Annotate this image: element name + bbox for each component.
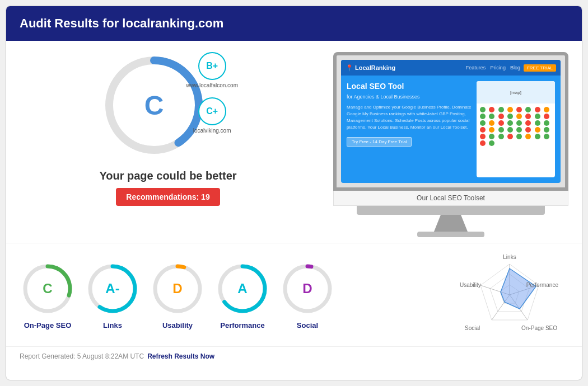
usability-label: Usability	[162, 321, 193, 329]
radar-label-social: Social	[465, 325, 480, 331]
screen-text: Local SEO Tool for Agencies & Local Busi…	[347, 81, 472, 177]
social-circle: D	[279, 261, 335, 317]
screen-logo: 📍 LocalRanking	[346, 64, 395, 72]
footer: Report Generated: 5 August 8:22AM UTC Re…	[6, 346, 582, 366]
performance-grade: A	[237, 281, 247, 296]
radar-label-usability: Usability	[460, 282, 481, 288]
dot-grid	[477, 103, 555, 149]
competitor-2-grade: C+	[198, 97, 226, 125]
monitor-base	[357, 206, 545, 215]
performance-circle: A	[214, 261, 270, 317]
monitor-caption: Our Local SEO Toolset	[333, 191, 568, 206]
radar-label-links: Links	[503, 254, 516, 260]
links-grade: A-	[105, 281, 119, 296]
usability-circle: D	[150, 261, 206, 317]
category-social: D Social	[279, 261, 335, 329]
links-circle: A-	[85, 261, 141, 317]
screen-cta-btn: FREE TRIAL	[524, 64, 556, 72]
screen-map: [map]	[477, 81, 555, 177]
onpageseo-grade: C	[43, 281, 52, 296]
overall-grade-panel: C B+ www.localfalcon.com C+ localviking.…	[20, 52, 316, 237]
radar-svg: .radar-grid { fill:none; stroke:#ddd; st…	[451, 249, 568, 338]
performance-label: Performance	[220, 321, 264, 329]
category-performance: A Performance	[214, 261, 270, 329]
links-label: Links	[103, 321, 122, 329]
monitor-screen: 📍 LocalRanking Features Pricing Blog FRE…	[333, 52, 568, 191]
category-onpageseo: C On-Page SEO	[20, 261, 76, 329]
overall-grade-letter: C	[144, 90, 164, 121]
category-row: C On-Page SEO A- Links	[20, 261, 451, 329]
competitor-badges: B+ www.localfalcon.com C+ localviking.co…	[186, 52, 238, 134]
verdict-text: Your page could be better	[99, 170, 236, 182]
screen-cta-text: Try Free - 14 Day Free Trial	[347, 137, 412, 147]
screen-navbar: 📍 LocalRanking Features Pricing Blog FRE…	[341, 60, 561, 76]
radar-label-performance: Performance	[526, 282, 559, 288]
monitor-foot	[417, 232, 484, 237]
category-usability: D Usability	[150, 261, 206, 329]
categories-section: C On-Page SEO A- Links	[6, 243, 582, 346]
monitor-panel: 📍 LocalRanking Features Pricing Blog FRE…	[333, 52, 568, 237]
competitor-2-label: localviking.com	[193, 128, 231, 134]
onpageseo-circle: C	[20, 261, 76, 317]
header: Audit Results for localranking.com	[6, 6, 582, 41]
radar-chart: .radar-grid { fill:none; stroke:#ddd; st…	[451, 249, 568, 341]
competitor-2: C+ localviking.com	[186, 97, 238, 134]
competitor-1-label: www.localfalcon.com	[186, 82, 238, 88]
category-links: A- Links	[85, 261, 141, 329]
screen-nav: Features Pricing Blog	[466, 65, 520, 70]
monitor-stand	[434, 215, 468, 232]
competitor-1-grade: B+	[198, 52, 226, 80]
monitor: 📍 LocalRanking Features Pricing Blog FRE…	[333, 52, 568, 237]
social-grade: D	[302, 281, 312, 296]
onpageseo-label: On-Page SEO	[24, 321, 72, 329]
screen-body: Local SEO Tool for Agencies & Local Busi…	[341, 76, 561, 183]
screen-inner: 📍 LocalRanking Features Pricing Blog FRE…	[341, 60, 561, 183]
refresh-link[interactable]: Refresh Results Now	[147, 352, 214, 360]
social-label: Social	[297, 321, 318, 329]
radar-label-onpageseo: On-Page SEO	[521, 325, 557, 331]
recommendations-button[interactable]: Recommendations: 19	[116, 188, 220, 206]
competitor-1: B+ www.localfalcon.com	[186, 52, 238, 88]
usability-grade: D	[172, 281, 182, 296]
map-area: [map]	[477, 81, 555, 103]
svg-marker-20	[501, 269, 536, 309]
screen-hero-text: Local SEO Tool	[347, 81, 472, 91]
screen-sub-text: for Agencies & Local Businesses	[347, 93, 472, 101]
screen-description: Manage and Optimize your Google Business…	[347, 104, 472, 131]
report-generated-text: Report Generated: 5 August 8:22AM UTC	[20, 352, 144, 360]
page-title: Audit Results for localranking.com	[20, 16, 568, 31]
